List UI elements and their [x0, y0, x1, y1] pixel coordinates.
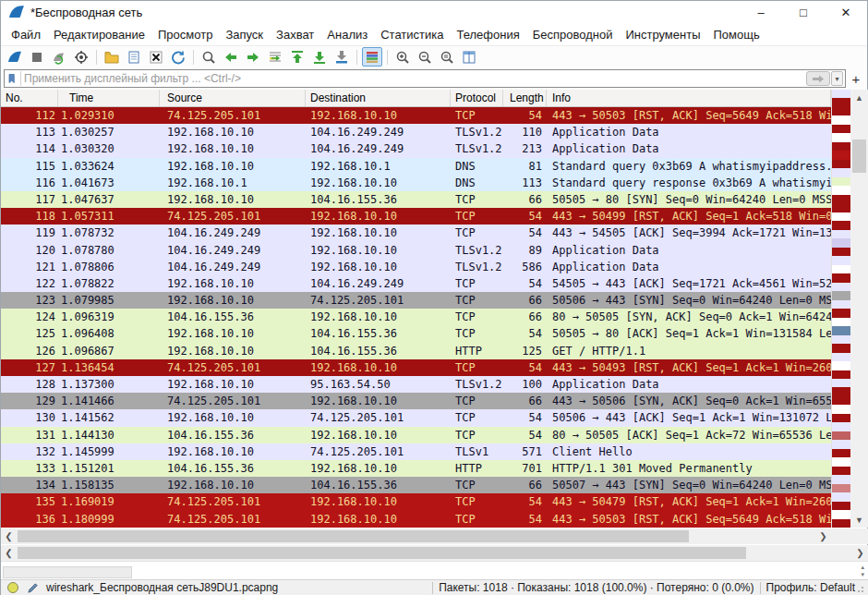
- menu-item-5[interactable]: Анализ: [320, 25, 374, 44]
- colorize-button[interactable]: [362, 47, 382, 67]
- packet-row[interactable]: 1341.158135192.168.10.10104.16.155.36TCP…: [1, 477, 831, 493]
- menu-item-3[interactable]: Запуск: [219, 25, 270, 44]
- packet-row[interactable]: 1261.096867192.168.10.10104.16.155.36HTT…: [1, 343, 831, 359]
- menu-item-7[interactable]: Телефония: [450, 25, 525, 44]
- column-header-length[interactable]: Length: [503, 90, 547, 106]
- apply-filter-button[interactable]: [806, 71, 830, 86]
- window-resize-grip[interactable]: [857, 584, 866, 593]
- menu-item-9[interactable]: Инструменты: [619, 25, 706, 44]
- scroll-left-arrow-icon[interactable]: ❮: [1, 528, 17, 544]
- lower-pane-hscrollbar[interactable]: ❮ ❯: [1, 545, 868, 561]
- menu-item-1[interactable]: Редактирование: [47, 25, 151, 44]
- packet-cell-no: 122: [1, 275, 58, 292]
- packet-cell-info: 50506 → 443 [ACK] Seq=1 Ack=1 Win=131072…: [547, 409, 831, 426]
- packet-cell-time: 1.078806: [58, 259, 160, 275]
- scroll-up-arrow-icon[interactable]: ▲: [850, 90, 868, 105]
- packet-cell-src: 104.16.249.249: [160, 259, 306, 275]
- autoscroll-button[interactable]: [332, 47, 352, 67]
- go-last-button[interactable]: [309, 47, 330, 67]
- expert-info-icon[interactable]: [6, 581, 19, 594]
- packet-row[interactable]: 1331.151201104.16.155.36192.168.10.10HTT…: [1, 460, 831, 477]
- packet-row[interactable]: 1121.02931074.125.205.101192.168.10.10TC…: [1, 107, 831, 124]
- hscrollbar-thumb[interactable]: [18, 530, 689, 542]
- zoom-normal-button[interactable]: [437, 47, 457, 67]
- packet-cell-no: 112: [1, 107, 58, 124]
- bookmark-icon[interactable]: [6, 71, 21, 86]
- vertical-scrollbar[interactable]: ▲ ▼: [850, 90, 868, 528]
- start-capture-button[interactable]: [5, 47, 25, 67]
- profile-label[interactable]: Профиль: Default: [766, 581, 856, 594]
- packet-row[interactable]: 1161.041673192.168.10.1192.168.10.10DNS1…: [1, 175, 831, 191]
- display-filter-input[interactable]: [24, 72, 806, 85]
- packet-row[interactable]: 1201.078780104.16.249.249192.168.10.10TL…: [1, 242, 831, 259]
- zoom-in-button[interactable]: [392, 47, 413, 67]
- packet-row[interactable]: 1351.16901974.125.205.101192.168.10.10TC…: [1, 493, 831, 510]
- column-header-info[interactable]: Info: [547, 90, 831, 106]
- minimize-button[interactable]: –: [740, 1, 782, 23]
- column-header-source[interactable]: Source: [160, 90, 306, 106]
- column-header-protocol[interactable]: Protocol: [451, 90, 503, 106]
- packet-list-hscrollbar[interactable]: ❮ ❯: [1, 528, 831, 544]
- go-back-button[interactable]: [221, 47, 241, 67]
- menu-item-8[interactable]: Беспроводной: [526, 25, 620, 44]
- resize-columns-button[interactable]: [459, 47, 479, 67]
- scroll-right-arrow-icon[interactable]: ❯: [852, 545, 868, 561]
- scroll-left-arrow-icon[interactable]: ❮: [1, 545, 17, 561]
- packet-row[interactable]: 1231.079985192.168.10.1074.125.205.101TC…: [1, 292, 831, 309]
- stop-capture-button[interactable]: [27, 47, 47, 67]
- packet-row[interactable]: 1301.141562192.168.10.1074.125.205.101TC…: [1, 409, 831, 426]
- save-file-button[interactable]: [124, 47, 144, 67]
- intelligent-scrollbar-minimap[interactable]: [831, 90, 850, 528]
- packet-row[interactable]: 1271.13645474.125.205.101192.168.10.10TC…: [1, 359, 831, 376]
- packet-row[interactable]: 1291.14146674.125.205.101192.168.10.10TC…: [1, 393, 831, 409]
- menu-item-10[interactable]: Помощь: [707, 25, 766, 44]
- menu-item-2[interactable]: Просмотр: [151, 25, 219, 44]
- packet-row[interactable]: 1251.096408192.168.10.10104.16.155.36TCP…: [1, 325, 831, 342]
- menu-item-6[interactable]: Статистика: [374, 25, 450, 44]
- menu-item-0[interactable]: Файл: [5, 25, 47, 44]
- column-header-destination[interactable]: Destination: [306, 90, 451, 106]
- capture-comment-pencil-icon[interactable]: [27, 582, 39, 594]
- reload-button[interactable]: [168, 47, 188, 67]
- packet-row[interactable]: 1131.030257192.168.10.10104.16.249.249TL…: [1, 124, 831, 140]
- packet-row[interactable]: 1321.145999192.168.10.1074.125.205.101TL…: [1, 443, 831, 460]
- close-button[interactable]: ✕: [825, 1, 867, 23]
- find-packet-button[interactable]: [199, 47, 219, 67]
- column-header-time[interactable]: Time: [58, 90, 160, 106]
- zoom-out-button[interactable]: [415, 47, 435, 67]
- packet-row[interactable]: 1221.078822192.168.10.10104.16.249.249TC…: [1, 275, 831, 292]
- go-first-button[interactable]: [287, 47, 307, 67]
- pane-spin-arrows-icon[interactable]: ▴▾: [861, 564, 864, 578]
- scroll-down-arrow-icon[interactable]: ▼: [850, 512, 868, 528]
- packet-row[interactable]: 1181.05731174.125.205.101192.168.10.10TC…: [1, 208, 831, 225]
- maximize-button[interactable]: □: [782, 1, 825, 23]
- go-forward-button[interactable]: [243, 47, 263, 67]
- capture-options-button[interactable]: [71, 47, 91, 67]
- hscrollbar-thumb[interactable]: [18, 547, 746, 559]
- packet-row[interactable]: 1211.078806104.16.249.249192.168.10.10TL…: [1, 259, 831, 275]
- packet-row[interactable]: 1191.078732104.16.249.249192.168.10.10TC…: [1, 225, 831, 241]
- packet-row[interactable]: 1361.18099974.125.205.101192.168.10.10TC…: [1, 511, 831, 528]
- scroll-right-arrow-icon[interactable]: ❯: [815, 528, 831, 544]
- add-filter-button[interactable]: +: [849, 70, 863, 87]
- packet-cell-dst: 104.16.155.36: [306, 343, 451, 359]
- go-to-packet-button[interactable]: [265, 47, 285, 67]
- packet-cell-dst: 192.168.10.10: [306, 225, 451, 241]
- close-file-button[interactable]: [146, 47, 166, 67]
- packet-row[interactable]: 1281.137300192.168.10.1095.163.54.50TLSv…: [1, 376, 831, 393]
- packet-row[interactable]: 1241.096319104.16.155.36192.168.10.10TCP…: [1, 309, 831, 325]
- column-header-no[interactable]: No.: [1, 90, 58, 106]
- statusbar-separator: [760, 582, 761, 594]
- packet-cell-info: 443 → 50503 [RST, ACK] Seq=5649 Ack=518 …: [547, 511, 831, 528]
- vertical-scrollbar-thumb[interactable]: [852, 140, 866, 173]
- packet-row[interactable]: 1311.144130104.16.155.36192.168.10.10TCP…: [1, 427, 831, 443]
- open-file-button[interactable]: [102, 47, 122, 67]
- filter-dropdown-caret[interactable]: ▾: [831, 71, 843, 86]
- menu-item-4[interactable]: Захват: [270, 25, 320, 44]
- packet-cell-proto: TLSv1.2: [451, 259, 503, 275]
- minimap-stripe: [832, 230, 850, 238]
- packet-row[interactable]: 1151.033624192.168.10.10192.168.10.1DNS8…: [1, 158, 831, 175]
- packet-row[interactable]: 1171.047637192.168.10.10104.16.155.36TCP…: [1, 191, 831, 208]
- packet-row[interactable]: 1141.030320192.168.10.10104.16.249.249TL…: [1, 140, 831, 157]
- restart-capture-button[interactable]: [49, 47, 69, 67]
